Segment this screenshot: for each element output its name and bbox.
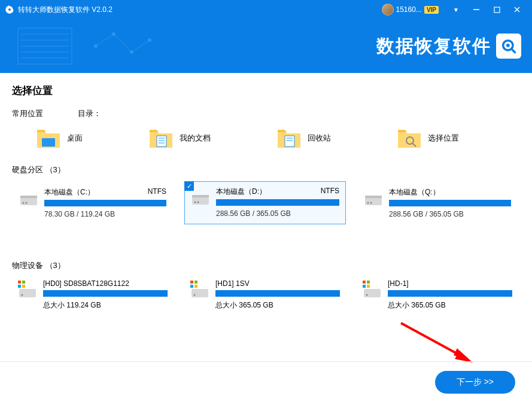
svg-point-55: [194, 294, 196, 296]
svg-point-61: [366, 294, 368, 296]
titlebar: 转转大师数据恢复软件 V2.0.2 15160... VIP ▼: [0, 0, 532, 19]
svg-rect-60: [364, 289, 381, 297]
user-area[interactable]: 15160... VIP: [382, 4, 439, 16]
decor-graphic: [12, 25, 168, 67]
partition-d[interactable]: 本地磁盘（D:）NTFS 288.56 GB / 365.05 GB: [184, 181, 346, 224]
drive-size: 288.56 GB / 365.05 GB: [216, 209, 339, 218]
svg-rect-56: [363, 281, 366, 284]
partition-grid: 本地磁盘（C:）NTFS 78.30 GB / 119.24 GB 本地磁盘（D…: [12, 181, 520, 224]
common-header: 常用位置 目录：: [12, 108, 520, 119]
svg-point-39: [197, 202, 199, 203]
app-title: 转转大师数据恢复软件 V2.0.2: [18, 5, 382, 15]
documents-folder-icon: [148, 127, 174, 149]
svg-line-18: [132, 40, 150, 52]
svg-rect-41: [365, 196, 382, 198]
minimize-button[interactable]: [466, 0, 487, 19]
svg-rect-53: [194, 285, 197, 288]
drive-name: 本地磁盘（D:）: [216, 187, 266, 197]
svg-point-43: [370, 202, 372, 204]
svg-point-35: [26, 202, 28, 204]
username: 15160...: [396, 5, 422, 14]
drive-size: 78.30 GB / 119.24 GB: [44, 210, 166, 218]
svg-rect-58: [363, 285, 366, 288]
svg-marker-63: [454, 348, 467, 359]
location-documents[interactable]: 我的文档: [148, 127, 211, 149]
common-label: 常用位置: [12, 108, 43, 119]
usage-bar: [389, 200, 511, 206]
device-hd1[interactable]: [HD1] 1SV 总大小 365.05 GB: [184, 277, 346, 313]
usage-bar: [44, 200, 166, 206]
svg-line-62: [401, 323, 467, 359]
svg-point-20: [506, 44, 510, 47]
maximize-button[interactable]: [487, 0, 507, 19]
next-button[interactable]: 下一步 >>: [435, 371, 515, 394]
svg-rect-45: [22, 281, 25, 284]
app-logo-icon: [5, 5, 14, 14]
device-hd0[interactable]: [HD0] SD8SBAT128G1122 总大小 119.24 GB: [12, 277, 174, 313]
drive-fs: NTFS: [148, 187, 166, 197]
location-label: 回收站: [308, 133, 331, 144]
partition-c[interactable]: 本地磁盘（C:）NTFS 78.30 GB / 119.24 GB: [12, 181, 174, 224]
hdd-icon: [19, 191, 38, 206]
svg-rect-22: [42, 138, 55, 147]
svg-rect-46: [18, 285, 21, 288]
usage-bar: [388, 290, 512, 297]
choose-folder-icon: [397, 127, 422, 149]
partition-q[interactable]: 本地磁盘（Q:） 288.56 GB / 365.05 GB: [357, 181, 518, 224]
usage-bar: [216, 199, 339, 206]
menu-dropdown-button[interactable]: ▼: [446, 0, 466, 19]
svg-rect-23: [157, 136, 166, 147]
device-icon: [190, 282, 209, 299]
avatar: [382, 4, 394, 16]
device-name: [HD-1]: [388, 279, 512, 288]
hdd-icon: [364, 191, 383, 206]
svg-rect-37: [192, 195, 209, 197]
location-label: 选择位置: [428, 133, 459, 144]
svg-point-34: [23, 202, 25, 204]
page-title: 选择位置: [12, 84, 520, 98]
main-content: 选择位置 常用位置 目录： 桌面 我的文档 回收站 选择位置 硬盘分区 （3） …: [0, 73, 532, 313]
svg-rect-44: [18, 281, 21, 284]
header-banner: 数据恢复软件: [0, 19, 532, 73]
svg-point-1: [8, 8, 11, 11]
device-title: 物理设备 （3）: [12, 260, 520, 271]
common-locations: 桌面 我的文档 回收站 选择位置: [12, 127, 520, 149]
svg-rect-47: [22, 285, 25, 288]
recycle-folder-icon: [276, 127, 302, 149]
svg-rect-54: [191, 289, 208, 297]
svg-rect-27: [285, 136, 294, 147]
svg-marker-64: [455, 351, 473, 363]
directory-label: 目录：: [78, 108, 101, 119]
svg-line-21: [512, 49, 515, 53]
drive-name: 本地磁盘（C:）: [44, 187, 95, 197]
device-grid: [HD0] SD8SBAT128G1122 总大小 119.24 GB [HD1…: [12, 277, 520, 313]
hdd-icon: [191, 190, 210, 206]
location-desktop[interactable]: 桌面: [36, 127, 83, 149]
svg-line-16: [96, 34, 114, 46]
drive-name: 本地磁盘（Q:）: [389, 187, 440, 197]
location-choose[interactable]: 选择位置: [397, 127, 459, 149]
device-size: 总大小 365.05 GB: [388, 300, 512, 310]
svg-point-49: [22, 294, 23, 296]
svg-rect-3: [494, 7, 500, 13]
svg-rect-33: [20, 196, 37, 198]
brand-icon: [496, 34, 521, 59]
location-recycle[interactable]: 回收站: [276, 127, 331, 149]
device-icon: [18, 282, 37, 299]
desktop-folder-icon: [36, 127, 61, 149]
svg-rect-48: [19, 289, 36, 297]
close-button[interactable]: [507, 0, 527, 19]
device-name: [HD0] SD8SBAT128G1122: [43, 279, 168, 288]
device-name: [HD1] 1SV: [215, 279, 340, 288]
device-size: 总大小 119.24 GB: [43, 300, 168, 310]
partition-title: 硬盘分区 （3）: [12, 165, 520, 175]
svg-rect-57: [367, 281, 370, 284]
svg-rect-50: [190, 281, 193, 284]
svg-point-42: [367, 202, 369, 204]
svg-rect-59: [367, 285, 370, 288]
device-hd-1[interactable]: [HD-1] 总大小 365.05 GB: [357, 277, 518, 313]
drive-size: 288.56 GB / 365.05 GB: [389, 210, 511, 218]
location-label: 我的文档: [180, 133, 211, 144]
device-size: 总大小 365.05 GB: [215, 300, 340, 310]
vip-badge: VIP: [424, 6, 439, 14]
